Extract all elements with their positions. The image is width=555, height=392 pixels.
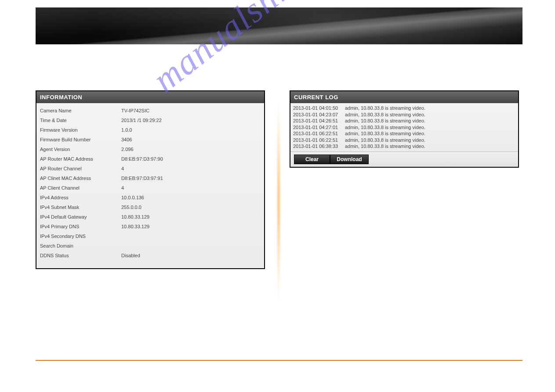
info-value: 255.0.0.0 — [121, 205, 141, 210]
info-value: Disabled — [121, 253, 140, 258]
log-timestamp: 2013-01-01 04:27:01 — [293, 124, 342, 131]
info-value: 10.0.0.136 — [121, 195, 144, 200]
info-label: Time & Date — [40, 118, 121, 123]
info-row: IPv4 Subnet Mask255.0.0.0 — [36, 202, 264, 212]
log-row: 2013-01-01 06:22:51admin, 10.80.33.8 is … — [293, 130, 515, 137]
info-value: 1.0.0 — [121, 127, 132, 133]
log-row: 2013-01-01 04:27:01admin, 10.80.33.8 is … — [293, 124, 515, 131]
info-value: 4 — [121, 185, 124, 191]
info-row: Camera NameTV-IP742SIC — [36, 106, 264, 115]
info-row: AP Router MAC AddressD8:EB:97:D3:97:90 — [36, 154, 264, 164]
info-value: 10.80.33.129 — [121, 224, 149, 229]
log-message: admin, 10.80.33.8 is streaming video. — [345, 105, 425, 111]
info-label: Firmware Version — [40, 127, 121, 133]
information-body: Camera NameTV-IP742SICTime & Date2013/1 … — [36, 103, 264, 268]
log-timestamp: 2013-01-01 04:26:51 — [293, 118, 342, 124]
footer-rule — [36, 360, 522, 361]
info-label: DDNS Status — [40, 253, 121, 258]
log-message: admin, 10.80.33.8 is streaming video. — [345, 124, 425, 131]
information-panel: INFORMATION Camera NameTV-IP742SICTime &… — [36, 90, 265, 269]
info-row: Firmware Build Number3406 — [36, 135, 264, 144]
log-timestamp: 2013-01-01 04:23:07 — [293, 111, 342, 118]
log-timestamp: 2013-01-01 06:22:51 — [293, 137, 342, 144]
information-header: INFORMATION — [36, 91, 264, 103]
info-label: AP Router MAC Address — [40, 156, 121, 162]
info-row: IPv4 Primary DNS10.80.33.129 — [36, 222, 264, 231]
info-label: IPv4 Secondary DNS — [40, 234, 121, 239]
log-message: admin, 10.80.33.8 is streaming video. — [345, 118, 425, 124]
info-value: 2013/1 /1 09:29:22 — [121, 118, 162, 123]
info-row: IPv4 Address10.0.0.136 — [36, 193, 264, 202]
info-value: 4 — [121, 166, 124, 171]
log-message: admin, 10.80.33.8 is streaming video. — [345, 111, 425, 118]
info-value: 10.80.33.129 — [121, 214, 149, 219]
log-timestamp: 2013-01-01 06:22:51 — [293, 130, 342, 137]
clear-button[interactable]: Clear — [294, 155, 330, 164]
info-label: Agent Version — [40, 147, 121, 152]
info-row: AP Clinet MAC AddressD8:EB:97:D3:97:91 — [36, 173, 264, 183]
info-value: 3406 — [121, 137, 132, 142]
log-row: 2013-01-01 06:38:33admin, 10.80.33.8 is … — [293, 143, 515, 150]
log-button-bar: Clear Download — [290, 151, 518, 167]
log-row: 2013-01-01 04:23:07admin, 10.80.33.8 is … — [293, 111, 515, 118]
log-message: admin, 10.80.33.8 is streaming video. — [345, 137, 425, 144]
info-label: Camera Name — [40, 108, 121, 113]
info-label: IPv4 Primary DNS — [40, 224, 121, 229]
log-row: 2013-01-01 04:01:50admin, 10.80.33.8 is … — [293, 105, 515, 111]
current-log-panel: CURRENT LOG 2013-01-01 04:01:50admin, 10… — [290, 90, 519, 168]
log-row: 2013-01-01 04:26:51admin, 10.80.33.8 is … — [293, 118, 515, 124]
info-label: AP Router Channel — [40, 166, 121, 171]
info-label: IPv4 Subnet Mask — [40, 205, 121, 210]
log-timestamp: 2013-01-01 06:38:33 — [293, 143, 342, 150]
top-banner — [36, 7, 522, 44]
info-value: D8:EB:97:D3:97:90 — [121, 156, 163, 162]
log-message: admin, 10.80.33.8 is streaming video. — [345, 130, 425, 137]
info-row: Search Domain — [36, 241, 264, 251]
info-label: Firmware Build Number — [40, 137, 121, 142]
info-row: Firmware Version1.0.0 — [36, 125, 264, 135]
info-row: Agent Version2.096 — [36, 144, 264, 154]
log-timestamp: 2013-01-01 04:01:50 — [293, 105, 342, 111]
info-label: IPv4 Address — [40, 195, 121, 200]
info-value: TV-IP742SIC — [121, 108, 149, 113]
info-row: IPv4 Secondary DNS — [36, 231, 264, 241]
info-row: AP Client Channel4 — [36, 183, 264, 193]
info-label: IPv4 Default Gateway — [40, 214, 121, 219]
current-log-body: 2013-01-01 04:01:50admin, 10.80.33.8 is … — [290, 103, 518, 151]
info-label: Search Domain — [40, 243, 121, 248]
info-value: 2.096 — [121, 147, 134, 152]
current-log-header: CURRENT LOG — [290, 91, 518, 103]
log-message: admin, 10.80.33.8 is streaming video. — [345, 143, 425, 150]
page-divider — [276, 57, 281, 347]
info-row: IPv4 Default Gateway10.80.33.129 — [36, 212, 264, 222]
info-row: Time & Date2013/1 /1 09:29:22 — [36, 115, 264, 125]
download-button[interactable]: Download — [330, 155, 369, 164]
info-label: AP Client Channel — [40, 185, 121, 191]
info-label: AP Clinet MAC Address — [40, 176, 121, 181]
log-row: 2013-01-01 06:22:51admin, 10.80.33.8 is … — [293, 137, 515, 144]
info-value: D8:EB:97:D3:97:91 — [121, 176, 163, 181]
info-row: DDNS StatusDisabled — [36, 251, 264, 260]
info-row: AP Router Channel4 — [36, 164, 264, 173]
